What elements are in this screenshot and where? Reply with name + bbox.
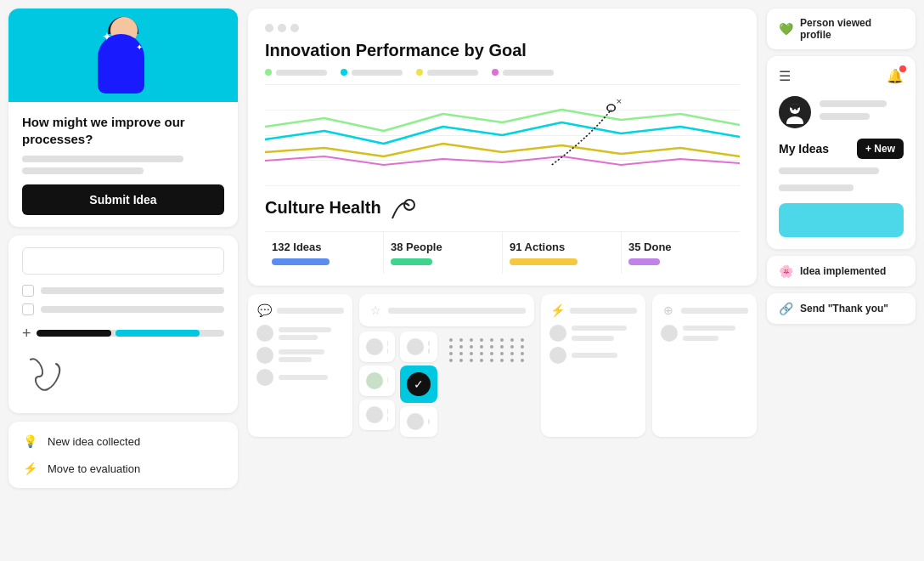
culture-health-label: Culture Health (265, 198, 381, 218)
dp-28 (480, 359, 483, 362)
lightning-icon: ⚡ (20, 459, 39, 478)
stat-ideas-bar (272, 258, 330, 265)
arrow-svg (388, 193, 422, 223)
l-line-3 (572, 353, 617, 358)
my-ideas-label: My Ideas (779, 142, 829, 156)
left-panel: ✦ ✦ How might we improve our processes? … (8, 8, 238, 488)
submit-idea-button[interactable]: Submit Idea (22, 184, 224, 215)
legend-dot-4 (492, 69, 499, 76)
input-field-mock[interactable] (22, 247, 224, 275)
legend-label-4 (503, 70, 554, 76)
lightning-item-1 (549, 325, 637, 342)
thankyou-icon: 🔗 (779, 302, 793, 315)
kanban-line-1 (387, 341, 388, 346)
placeholder-line-2 (22, 167, 144, 174)
lightning-icon-mini: ⚡ (549, 303, 565, 318)
bottom-center-row: 💬 (248, 294, 757, 437)
kanban-line-5 (387, 416, 388, 422)
kanban-line-3 (387, 377, 388, 382)
stat-actions-label: 91 Actions (510, 241, 614, 253)
text-line-1b (279, 335, 318, 340)
avatar-1 (256, 325, 273, 342)
kanban-line-8 (428, 419, 430, 424)
legend-label-3 (427, 70, 478, 76)
check-circle: ✓ (407, 372, 431, 396)
mini-list-item-3 (256, 369, 344, 386)
profile-role-bar (820, 113, 870, 120)
svg-point-4 (786, 116, 803, 124)
mini-card-area: ☆ (359, 294, 534, 437)
hamburger-icon[interactable]: ☰ (779, 68, 791, 84)
mini-card-comment: 💬 (248, 294, 352, 437)
dp-9 (449, 345, 453, 348)
avatar-circle (779, 96, 811, 128)
dp-7 (510, 338, 514, 342)
lightning-item-2 (549, 347, 637, 364)
profile-name-bar (820, 100, 887, 107)
bottom-notifications: 🌸 Idea implemented 🔗 Send "Thank you" (767, 256, 916, 324)
idea-bar-1 (779, 167, 879, 174)
check-label-1 (41, 287, 224, 294)
kanban-line-7 (428, 348, 430, 354)
legend-dot-1 (265, 69, 272, 76)
dp-27 (470, 359, 473, 362)
mini-card-star: ☆ (359, 294, 534, 326)
move-eval-notif-row: ⚡ Move to evaluation (20, 459, 226, 478)
dp-24 (521, 352, 524, 355)
chart-card: Innovation Performance by Goal (248, 8, 757, 286)
l-line-1 (572, 326, 627, 331)
send-thankyou-text: Send "Thank you" (800, 303, 888, 314)
window-dots (265, 24, 740, 32)
chart-legend (265, 69, 740, 76)
checkbox-2[interactable] (22, 303, 34, 315)
dp-16 (521, 345, 524, 348)
chart-title: Innovation Performance by Goal (265, 41, 740, 60)
stat-done-label: 35 Done (628, 241, 733, 253)
p-line-2 (683, 336, 718, 341)
dp-25 (449, 359, 453, 362)
kanban-line-4 (387, 409, 388, 414)
star-icon: ☆ (368, 303, 383, 318)
dp-14 (500, 345, 504, 348)
right-panel: 💚 Person viewed profile ☰ 🔔 (767, 8, 916, 324)
plus-icon[interactable]: + (22, 326, 31, 341)
kanban-card-1b (359, 366, 395, 396)
stat-actions-bar (510, 258, 578, 265)
stat-ideas-label: 132 Ideas (272, 241, 376, 253)
stat-actions: 91 Actions (503, 232, 622, 274)
dot-1 (265, 24, 273, 32)
stats-row: 132 Ideas 38 People 91 Actions 35 Done (265, 231, 740, 274)
mini-bar-plus (681, 308, 748, 314)
text-lines-2 (279, 349, 344, 362)
dp-31 (510, 359, 514, 362)
legend-dot-3 (416, 69, 423, 76)
dp-11 (470, 345, 473, 348)
mini-card-lightning-header: ⚡ (549, 303, 637, 318)
avatar-svg (783, 100, 807, 124)
lightning-text-2 (572, 353, 637, 358)
checkbox-1[interactable] (22, 285, 34, 297)
squiggle-area (22, 348, 224, 401)
kanban-avatar-5 (407, 413, 424, 430)
idea-bar-2 (779, 184, 854, 191)
mini-bar-lightning (570, 308, 637, 314)
new-button[interactable]: + New (857, 139, 904, 159)
comment-icon: 💬 (256, 303, 272, 318)
profile-card-lines (779, 167, 904, 196)
dots-pattern (442, 332, 534, 369)
legend-dot-2 (341, 69, 347, 76)
legend-item-1 (265, 69, 327, 76)
plus-circle-icon: ⊕ (661, 303, 676, 318)
dots-col (442, 332, 534, 437)
plus-avatar-1 (661, 325, 678, 342)
dp-30 (500, 359, 504, 362)
bell-badge (899, 65, 906, 72)
lightning-avatar-1 (549, 325, 566, 342)
center-panel: Innovation Performance by Goal (248, 8, 757, 437)
kanban-avatar-2 (366, 372, 383, 389)
squiggle-svg (22, 351, 73, 398)
kanban-avatar-1 (366, 338, 383, 355)
dp-4 (480, 338, 483, 342)
dp-26 (459, 359, 463, 362)
dp-18 (459, 352, 463, 355)
